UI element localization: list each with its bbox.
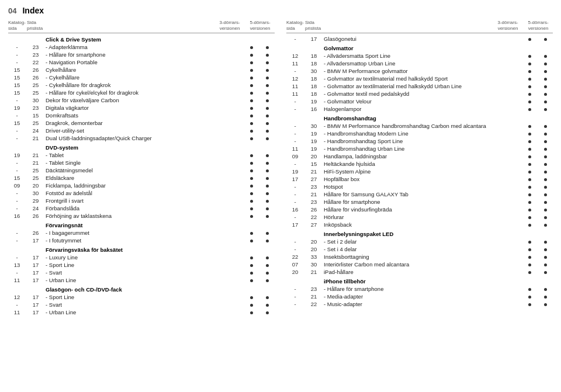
dot-3door <box>250 207 253 210</box>
dot-3door <box>528 271 531 274</box>
dot-5door <box>544 38 547 41</box>
row-katalog: - <box>8 190 26 197</box>
row-katalog: - <box>8 127 26 134</box>
dot-5door <box>266 84 269 87</box>
row-sida: 21 <box>27 159 44 166</box>
row-katalog: 07 <box>286 261 304 268</box>
row-katalog: - <box>286 123 304 130</box>
section-header: Förvaringsväska för baksätet <box>8 245 275 254</box>
dot-5door <box>544 85 547 88</box>
row-katalog: 09 <box>286 153 304 160</box>
row-v5-dot <box>260 261 275 269</box>
left-column: Katalog-sida Sidaprislista 3-dörrars-ver… <box>8 20 275 316</box>
row-v3-dot <box>522 122 537 130</box>
table-row: - 29 Frontgrill i svart <box>8 197 275 204</box>
row-label: - Allvädersmatta Sport Line <box>324 53 521 60</box>
row-v3-dot <box>244 74 259 81</box>
row-sida: 21 <box>305 168 323 175</box>
row-v3-dot <box>244 229 259 237</box>
dot-5door <box>544 201 547 204</box>
row-katalog: - <box>8 97 26 104</box>
dot-5door <box>544 140 547 143</box>
row-v3-dot <box>522 52 537 60</box>
row-v5-dot <box>538 213 553 221</box>
section-label-text: iPhone tillbehör <box>324 278 521 285</box>
row-v3-dot <box>244 197 259 204</box>
dot-5door <box>266 99 269 102</box>
table-row: 19 21 - Tablet <box>8 151 275 159</box>
row-sida: 17 <box>27 237 44 244</box>
section-header: DVD-system <box>8 143 275 151</box>
row-v5-dot <box>538 122 553 130</box>
dot-5door <box>266 185 269 188</box>
row-katalog: - <box>286 68 304 75</box>
row-katalog: 19 <box>286 168 304 175</box>
dot-3door <box>528 78 531 81</box>
table-row: 07 30 Interiörlister Carbon med alcantar… <box>286 261 553 268</box>
row-katalog: 15 <box>8 120 26 127</box>
row-label: - Sport Line <box>46 262 243 269</box>
row-v5-dot <box>260 212 275 220</box>
dot-3door <box>528 224 531 227</box>
row-sida: 16 <box>305 106 323 113</box>
row-sida: 20 <box>305 238 323 245</box>
row-sida: 30 <box>305 68 323 75</box>
row-katalog: - <box>8 269 26 276</box>
row-v5-dot <box>538 152 553 160</box>
row-sida: 23 <box>27 105 44 112</box>
table-row: - 30 Dekor för växelväljare Carbon <box>8 96 275 104</box>
row-sida: 23 <box>305 183 323 190</box>
row-v5-dot <box>538 198 553 206</box>
row-sida: 17 <box>305 36 323 43</box>
row-v5-dot <box>538 261 553 268</box>
row-label: - Golvmattor Velour <box>324 98 521 105</box>
row-v5-dot <box>538 67 553 75</box>
row-v5-dot <box>260 127 275 134</box>
row-v5-dot <box>260 237 275 244</box>
col-v3-header-r: 3-dörrars-versionen <box>493 20 522 31</box>
row-v5-dot <box>260 58 275 66</box>
dot-5door <box>544 78 547 81</box>
row-katalog: 19 <box>8 152 26 159</box>
row-katalog: 09 <box>8 182 26 189</box>
row-v3-dot <box>522 221 537 228</box>
dot-5door <box>544 163 547 166</box>
table-row: - 19 - Handbromshandtag Modern Line <box>286 130 553 137</box>
table-row: 09 20 Handlampa, laddningsbar <box>286 152 553 160</box>
dot-5door <box>544 256 547 259</box>
row-label: Dragkrok, demonterbar <box>46 120 243 127</box>
row-sida: 26 <box>305 206 323 213</box>
col-label-header <box>46 20 214 31</box>
row-katalog: - <box>8 230 26 237</box>
row-katalog: - <box>8 51 26 58</box>
dot-3door <box>528 248 531 251</box>
page-number: 04 <box>8 6 16 15</box>
row-katalog: 17 <box>286 176 304 183</box>
left-rows: Click & Drive System - 23 - Adapterklämm… <box>8 35 275 316</box>
row-v3-dot <box>522 261 537 268</box>
row-v3-dot <box>522 90 537 98</box>
row-v3-dot <box>244 112 259 119</box>
section-header: Förvaringsnät <box>8 221 275 229</box>
dot-3door <box>250 240 253 242</box>
dot-5door <box>544 193 547 196</box>
row-v3-dot <box>244 127 259 134</box>
row-v5-dot <box>538 175 553 183</box>
table-row: 15 25 - Hållare för cykel/elcykel för dr… <box>8 89 275 96</box>
row-v5-dot <box>260 96 275 104</box>
dot-3door <box>528 263 531 266</box>
row-v5-dot <box>260 166 275 174</box>
row-sida: 25 <box>27 167 44 174</box>
row-v3-dot <box>522 300 537 308</box>
row-katalog: - <box>286 214 304 221</box>
row-sida: 19 <box>305 98 323 105</box>
row-sida: 26 <box>27 67 44 74</box>
row-label: Digitala vägkartor <box>46 105 243 112</box>
row-v3-dot <box>522 60 537 67</box>
row-v5-dot <box>260 66 275 74</box>
row-v3-dot <box>522 190 537 198</box>
dot-5door <box>266 169 269 172</box>
row-v5-dot <box>260 204 275 212</box>
row-v5-dot <box>538 253 553 261</box>
row-katalog: 11 <box>286 60 304 67</box>
